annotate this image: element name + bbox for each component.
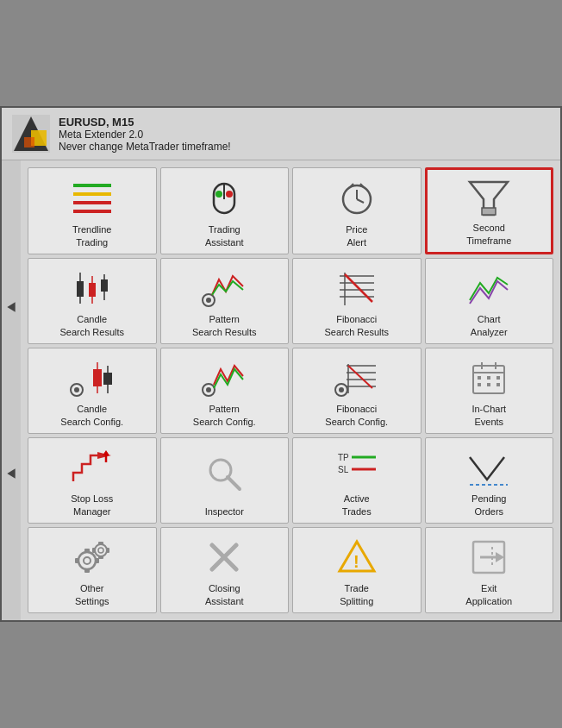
- fibonacci-search-results[interactable]: FibonacciSearch Results: [292, 258, 422, 344]
- closing-assistant-icon: [165, 535, 285, 579]
- price-alert-label: PriceAlert: [346, 223, 367, 248]
- candle-search-results[interactable]: CandleSearch Results: [28, 258, 157, 344]
- stop-loss-manager-icon: [32, 445, 153, 489]
- pair-label: EURUSD, M15: [59, 116, 231, 129]
- chart-analyzer-label: ChartAnalyzer: [471, 313, 508, 338]
- trendline-trading-icon: [32, 175, 153, 220]
- app-window: EURUSD, M15 Meta Extender 2.0 Never chan…: [0, 106, 562, 622]
- svg-rect-74: [84, 549, 90, 553]
- svg-point-43: [206, 387, 211, 392]
- svg-rect-81: [98, 555, 103, 559]
- inspector[interactable]: Inspector: [160, 437, 290, 524]
- second-timeframe-label: SecondTimeframe: [466, 222, 511, 247]
- pattern-search-config-label: PatternSearch Config.: [193, 403, 256, 428]
- svg-point-73: [84, 557, 91, 564]
- exit-application-icon: [429, 535, 550, 579]
- svg-rect-41: [103, 373, 112, 385]
- fibonacci-search-config-label: FibonacciSearch Config.: [325, 403, 388, 428]
- svg-rect-23: [77, 281, 84, 297]
- svg-point-72: [78, 552, 96, 569]
- pending-orders[interactable]: PendingOrders: [425, 437, 554, 524]
- left-arrow-bottom[interactable]: [2, 455, 21, 493]
- svg-rect-39: [93, 369, 102, 386]
- svg-rect-21: [482, 208, 496, 215]
- fibonacci-search-config-icon: [297, 355, 417, 399]
- closing-assistant[interactable]: ClosingAssistant: [160, 527, 290, 613]
- svg-point-13: [226, 191, 233, 198]
- trade-splitting[interactable]: ! TradeSplitting: [292, 527, 422, 613]
- svg-marker-90: [496, 552, 504, 562]
- inspector-icon: [165, 445, 285, 502]
- grid-row-5: OtherSettings ClosingAssistant: [28, 527, 553, 613]
- grid-row-3: CandleSearch Config. PatternSearch Confi…: [28, 348, 553, 434]
- svg-point-37: [74, 387, 79, 392]
- svg-marker-64: [103, 450, 109, 455]
- pattern-search-results-label: PatternSearch Results: [192, 313, 257, 338]
- candle-search-results-icon: [32, 266, 153, 310]
- svg-rect-75: [84, 568, 90, 573]
- other-settings[interactable]: OtherSettings: [28, 527, 157, 613]
- fibonacci-search-results-label: FibonacciSearch Results: [324, 313, 389, 338]
- price-alert[interactable]: PriceAlert: [292, 167, 422, 254]
- trendline-trading-label: TrendlineTrading: [72, 223, 111, 248]
- logo-icon: [12, 115, 50, 153]
- in-chart-events[interactable]: In-ChartEvents: [425, 348, 554, 434]
- svg-rect-76: [75, 558, 79, 563]
- grid-row-4: Stop LossManager Inspector: [28, 437, 553, 524]
- trade-splitting-label: TradeSplitting: [340, 582, 373, 607]
- candle-search-config-label: CandleSearch Config.: [60, 403, 123, 428]
- svg-rect-58: [496, 376, 500, 380]
- fibonacci-search-config[interactable]: FibonacciSearch Config.: [292, 348, 422, 434]
- svg-text:TP: TP: [338, 453, 349, 462]
- svg-point-78: [95, 544, 107, 556]
- other-settings-icon: [32, 535, 153, 579]
- svg-point-79: [98, 548, 103, 553]
- exit-application[interactable]: ExitApplication: [425, 527, 554, 613]
- trading-assistant[interactable]: TradingAssistant: [160, 167, 290, 254]
- svg-rect-56: [478, 376, 481, 380]
- pattern-search-config-icon: [165, 355, 285, 399]
- chart-analyzer[interactable]: ChartAnalyzer: [425, 258, 554, 344]
- active-trades[interactable]: TP SL ActiveTrades: [292, 437, 422, 524]
- grid-row-2: CandleSearch Results PatternSearc: [28, 258, 553, 344]
- chart-analyzer-icon: [429, 266, 550, 310]
- svg-rect-60: [487, 383, 490, 386]
- trade-splitting-icon: !: [297, 535, 417, 579]
- svg-text:SL: SL: [338, 465, 349, 474]
- pending-orders-label: PendingOrders: [471, 493, 506, 518]
- svg-line-66: [228, 477, 240, 489]
- svg-rect-59: [478, 383, 481, 386]
- svg-line-51: [348, 366, 372, 388]
- inspector-label: Inspector: [205, 505, 244, 518]
- svg-point-45: [339, 387, 344, 392]
- left-arrow-top[interactable]: [2, 288, 21, 326]
- svg-line-16: [357, 199, 364, 203]
- trendline-trading[interactable]: TrendlineTrading: [28, 167, 157, 254]
- svg-rect-61: [496, 383, 500, 386]
- fibonacci-search-results-icon: [297, 266, 417, 310]
- active-trades-icon: TP SL: [297, 445, 417, 489]
- header: EURUSD, M15 Meta Extender 2.0 Never chan…: [2, 108, 560, 160]
- grid-container: TrendlineTrading TradingAssistant: [21, 160, 560, 620]
- in-chart-events-icon: [429, 355, 550, 399]
- grid-row-1: TrendlineTrading TradingAssistant: [28, 167, 553, 254]
- pending-orders-icon: [429, 445, 550, 489]
- exit-application-label: ExitApplication: [465, 582, 512, 607]
- svg-rect-82: [92, 548, 96, 553]
- svg-rect-27: [101, 279, 108, 292]
- header-text: EURUSD, M15 Meta Extender 2.0 Never chan…: [59, 116, 231, 153]
- svg-marker-4: [7, 303, 15, 313]
- stop-loss-manager[interactable]: Stop LossManager: [28, 437, 157, 524]
- pattern-search-results[interactable]: PatternSearch Results: [160, 258, 290, 344]
- candle-search-results-label: CandleSearch Results: [59, 313, 124, 338]
- second-timeframe-icon: [431, 177, 548, 218]
- pattern-search-config[interactable]: PatternSearch Config.: [160, 348, 290, 434]
- price-alert-icon: [297, 175, 417, 220]
- second-timeframe[interactable]: SecondTimeframe: [425, 167, 554, 254]
- svg-point-29: [206, 298, 211, 303]
- warning-label: Never change MetaTrader timeframe!: [59, 141, 231, 153]
- svg-rect-57: [487, 376, 490, 380]
- candle-search-config[interactable]: CandleSearch Config.: [28, 348, 157, 434]
- svg-text:!: !: [353, 552, 359, 571]
- pattern-search-results-icon: [165, 266, 285, 310]
